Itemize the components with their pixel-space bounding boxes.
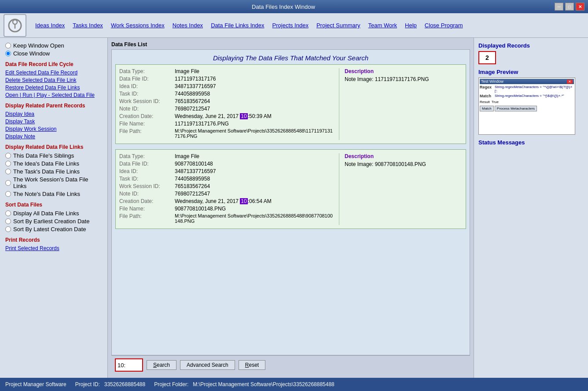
note-links-label: The Note's Data File Links	[13, 191, 80, 197]
status-messages-label: Status Messages	[478, 139, 584, 146]
creation-date-field-1: Creation Date: Wednesday, June 21, 2017 …	[119, 113, 334, 119]
task-links-radio[interactable]	[5, 169, 11, 174]
data-file-card-2[interactable]: Data Type: Image File Data File ID: 9087…	[115, 149, 466, 229]
data-file-id-field-1: Data File ID: 11711971317176	[119, 76, 334, 82]
nav-close-program[interactable]: Close Program	[421, 20, 467, 30]
advanced-search-button[interactable]: Advanced Search	[180, 360, 235, 370]
creation-date-label-1: Creation Date:	[119, 113, 172, 119]
card-left-1: Data Type: Image File Data File ID: 1171…	[119, 68, 334, 140]
desc-text-1: Note Image: 11711971317176.PNG	[345, 76, 462, 82]
note-links-radio[interactable]	[5, 191, 11, 197]
preview-match-value: String.regexMetaCharacters = "^[\$@\(]\)…	[495, 94, 564, 98]
creation-date-suffix-2: :06:54 AM	[248, 198, 272, 204]
desc-title-1: Description	[345, 68, 462, 74]
earliest-date-radio[interactable]	[5, 218, 11, 224]
data-file-id-value-2: 9087708100148	[175, 161, 213, 167]
file-links-options: This Data File's Siblings The Idea's Dat…	[5, 152, 102, 197]
keep-window-radio[interactable]	[5, 43, 11, 48]
file-path-field-1: File Path: M:\Project Management Softwar…	[119, 128, 334, 139]
nav-tasks-index[interactable]: Tasks Index	[69, 20, 107, 30]
display-task-link[interactable]: Display Task	[5, 118, 102, 125]
work-session-links-radio[interactable]	[5, 180, 11, 186]
section-header: Data Files List	[111, 41, 470, 48]
preview-buttons: Match Process Metacharacters	[480, 106, 574, 111]
idea-id-value-1: 34871337716597	[175, 83, 216, 89]
siblings-option[interactable]: This Data File's Siblings	[5, 152, 102, 159]
image-preview-box: Test Window ✕ Regex String.regexMetaChar…	[478, 77, 575, 135]
file-path-label-2: File Path:	[119, 213, 172, 224]
idea-links-label: The Idea's Data File Links	[13, 160, 79, 167]
delete-link-link[interactable]: Delete Selected Data File Link	[5, 77, 102, 83]
edit-record-link[interactable]: Edit Selected Data File Record	[5, 70, 102, 76]
preview-result-value: True	[492, 100, 499, 104]
project-folder-value: M:\Project Management Software\Projects\…	[193, 381, 334, 387]
creation-date-value-1: Wednesday, June 21, 2017 10:50:39 AM	[175, 113, 272, 119]
reset-button[interactable]: Reset	[239, 360, 265, 370]
task-id-value-2: 744058895958	[175, 176, 210, 182]
preview-close-button[interactable]: ✕	[567, 80, 573, 84]
data-type-field-2: Data Type: Image File	[119, 153, 334, 159]
note-id-value-1: 769807212547	[175, 106, 210, 112]
creation-date-field-2: Creation Date: Wednesday, June 21, 2017 …	[119, 198, 334, 204]
siblings-radio[interactable]	[5, 153, 11, 159]
nav-project-summary[interactable]: Project Summary	[313, 20, 364, 30]
keep-window-open-option[interactable]: Keep Window Open	[5, 42, 102, 49]
statusbar: Project Manager Software Project ID: 335…	[0, 378, 588, 391]
nav-team-work[interactable]: Team Work	[365, 20, 401, 30]
close-window-radio[interactable]	[5, 51, 11, 56]
card-right-1: Description Note Image: 11711971317176.P…	[339, 68, 462, 140]
preview-match-button[interactable]: Match	[480, 106, 494, 111]
data-type-value-2: Image File	[175, 153, 199, 159]
close-button[interactable]: ✕	[576, 3, 584, 11]
note-links-option[interactable]: The Note's Data File Links	[5, 191, 102, 197]
all-links-option[interactable]: Display All Data File Links	[5, 210, 102, 217]
preview-result-label: Result	[480, 100, 490, 104]
display-work-session-link[interactable]: Display Work Session	[5, 126, 102, 132]
minimize-button[interactable]: ─	[555, 3, 563, 11]
app-logo	[4, 14, 26, 37]
project-id-value: 33526268885488	[104, 381, 145, 387]
print-title: Print Records	[5, 237, 102, 243]
note-id-value-2: 769807212547	[175, 191, 210, 197]
note-id-label-2: Note ID:	[119, 191, 172, 197]
preview-process-button[interactable]: Process Metacharacters	[495, 106, 537, 111]
latest-date-radio[interactable]	[5, 226, 11, 232]
idea-id-field-1: Idea ID: 34871337716597	[119, 83, 334, 89]
work-session-links-option[interactable]: The Work Session's Data File Links	[5, 176, 102, 189]
files-scroll[interactable]: Data Type: Image File Data File ID: 1171…	[112, 64, 470, 355]
display-idea-link[interactable]: Display Idea	[5, 111, 102, 117]
restore-links-link[interactable]: Restore Deleted Data File Links	[5, 85, 102, 91]
files-title: Displaying The Data Files That Matched Y…	[112, 50, 470, 64]
nav-data-file-links-index[interactable]: Data File Links Index	[207, 20, 268, 30]
right-panel: Displayed Records 2 Image Preview Test W…	[474, 38, 588, 378]
search-input[interactable]	[116, 359, 142, 371]
parent-records-title: Display Related Parent Records	[5, 103, 102, 109]
close-window-option[interactable]: Close Window	[5, 50, 102, 57]
file-path-field-2: File Path: M:\Project Management Softwar…	[119, 213, 334, 224]
nav-projects-index[interactable]: Projects Index	[269, 20, 312, 30]
data-file-id-value-1: 11711971317176	[175, 76, 216, 82]
creation-date-label-2: Creation Date:	[119, 198, 172, 204]
maximize-button[interactable]: □	[565, 3, 574, 11]
idea-links-option[interactable]: The Idea's Data File Links	[5, 160, 102, 167]
latest-date-option[interactable]: Sort By Latest Creation Date	[5, 226, 102, 232]
displayed-records-section: Displayed Records 2	[478, 42, 584, 64]
earliest-date-option[interactable]: Sort By Earliest Creation Date	[5, 218, 102, 225]
card-left-2: Data Type: Image File Data File ID: 9087…	[119, 153, 334, 225]
data-file-card[interactable]: Data Type: Image File Data File ID: 1171…	[115, 64, 466, 144]
nav-ideas-index[interactable]: Ideas Index	[32, 20, 68, 30]
nav-help[interactable]: Help	[401, 20, 420, 30]
display-note-link[interactable]: Display Note	[5, 133, 102, 140]
nav-notes-index[interactable]: Notes Index	[169, 20, 206, 30]
desc-text-2: Note Image: 9087708100148.PNG	[345, 161, 462, 167]
latest-date-label: Sort By Latest Creation Date	[13, 226, 86, 232]
task-links-option[interactable]: The Task's Data File Links	[5, 168, 102, 175]
close-window-label: Close Window	[13, 50, 50, 57]
open-run-play-link[interactable]: Open | Run | Play - Selected Data File	[5, 92, 102, 98]
idea-links-radio[interactable]	[5, 161, 11, 166]
print-selected-link[interactable]: Print Selected Records	[5, 245, 102, 251]
search-button[interactable]: Search	[147, 360, 176, 370]
creation-date-prefix-2: Wednesday, June 21, 2017	[175, 198, 240, 204]
nav-work-sessions-index[interactable]: Work Sessions Index	[107, 20, 168, 30]
all-links-radio[interactable]	[5, 210, 11, 216]
